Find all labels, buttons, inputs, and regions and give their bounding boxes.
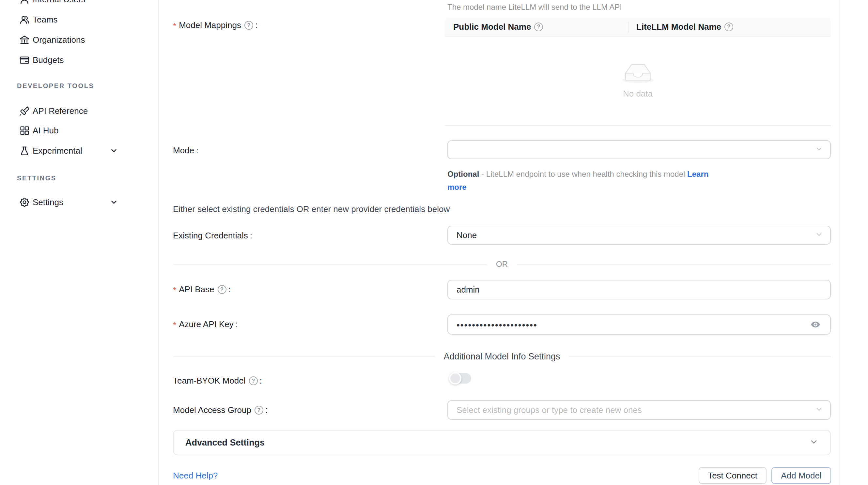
user-icon [19, 0, 30, 5]
team-byok-label: Team-BYOK Model ? : [173, 376, 262, 386]
sidebar-item-label: Budgets [33, 55, 64, 65]
help-icon[interactable]: ? [534, 23, 543, 31]
required-asterisk: * [173, 21, 176, 31]
test-connect-button[interactable]: Test Connect [699, 467, 767, 484]
chevron-down-icon [815, 145, 823, 154]
column-divider [628, 22, 628, 33]
chevron-down-icon [110, 147, 118, 155]
add-model-page: Internal Users Teams Organizations Budge… [0, 0, 868, 485]
mode-help-text: Optional - LiteLLM endpoint to use when … [447, 168, 721, 194]
help-icon[interactable]: ? [244, 21, 253, 30]
sidebar-item-experimental[interactable]: Experimental [0, 140, 159, 161]
sidebar-item-label: Internal Users [33, 0, 86, 5]
empty-inbox-icon [620, 60, 656, 86]
no-data-text: No data [623, 89, 653, 99]
chevron-down-icon [110, 198, 118, 206]
experiment-flask-icon [19, 145, 30, 156]
help-icon[interactable]: ? [254, 406, 264, 415]
add-model-form: The model name LiteLLM will send to the … [159, 0, 868, 485]
model-access-group-select[interactable]: Select existing groups or type to create… [447, 400, 831, 420]
chevron-down-icon [815, 406, 823, 415]
existing-credentials-label: Existing Credentials : [173, 231, 252, 241]
chevron-down-icon [809, 438, 818, 448]
help-icon[interactable]: ? [218, 285, 226, 294]
eye-icon[interactable] [809, 320, 822, 329]
sidebar-item-label: Experimental [33, 146, 82, 156]
add-model-button[interactable]: Add Model [771, 467, 831, 484]
model-access-group-label: Model Access Group ? : [173, 405, 268, 415]
api-base-label: * API Base ? : [173, 284, 231, 294]
chevron-down-icon [815, 231, 823, 240]
appstore-grid-icon [19, 125, 30, 136]
model-mappings-table: Public Model Name ? LiteLLM Model Name ? [445, 18, 831, 126]
or-divider: OR [173, 260, 831, 269]
sidebar-item-label: AI Hub [33, 126, 59, 136]
api-base-input[interactable]: admin [447, 280, 831, 299]
toggle-knob [449, 372, 461, 385]
sidebar-item-label: API Reference [33, 106, 88, 116]
table-header-row: Public Model Name ? LiteLLM Model Name ? [445, 18, 831, 36]
sidebar-item-budgets[interactable]: Budgets [0, 50, 159, 70]
sidebar-item-label: Organizations [33, 35, 85, 45]
gear-icon [19, 197, 30, 208]
team-icon [19, 14, 30, 25]
bank-icon [19, 34, 30, 45]
column-header-litellm-model-name: LiteLLM Model Name ? [628, 22, 733, 32]
sidebar-section-settings: SETTINGS [17, 174, 57, 182]
credit-card-icon [19, 55, 30, 66]
help-icon[interactable]: ? [249, 377, 258, 385]
azure-api-key-input[interactable]: ••••••••••••••••••••• [447, 315, 831, 335]
mode-label: Mode : [173, 146, 198, 156]
column-header-public-model-name: Public Model Name ? [445, 22, 628, 32]
model-mappings-label: * Model Mappings ? : [173, 20, 257, 30]
sidebar-item-ai-hub[interactable]: AI Hub [0, 120, 159, 140]
sidebar-item-api-reference[interactable]: API Reference [0, 101, 159, 121]
sidebar-item-internal-users[interactable]: Internal Users [0, 0, 159, 9]
need-help-link[interactable]: Need Help? [173, 471, 218, 481]
sidebar-section-developer-tools: DEVELOPER TOOLS [17, 82, 94, 90]
additional-model-info-divider: Additional Model Info Settings [173, 352, 831, 362]
table-empty-state: No data [445, 36, 831, 126]
masked-password-value: ••••••••••••••••••••• [457, 320, 537, 330]
required-asterisk: * [173, 320, 176, 330]
sidebar: Internal Users Teams Organizations Budge… [0, 0, 159, 485]
right-panel-divider [840, 0, 840, 485]
credentials-note: Either select existing credentials OR en… [173, 204, 450, 214]
team-byok-toggle[interactable] [450, 373, 471, 384]
sidebar-item-label: Settings [33, 197, 63, 207]
required-asterisk: * [173, 285, 176, 295]
help-icon[interactable]: ? [724, 23, 733, 31]
mode-select[interactable] [447, 140, 831, 159]
api-plug-icon [19, 105, 30, 117]
sidebar-item-settings[interactable]: Settings [0, 192, 159, 212]
azure-api-key-label: * Azure API Key : [173, 319, 238, 329]
sidebar-item-teams[interactable]: Teams [0, 9, 159, 30]
sidebar-item-organizations[interactable]: Organizations [0, 30, 159, 50]
advanced-settings-panel[interactable]: Advanced Settings [173, 430, 831, 455]
model-name-helper-text: The model name LiteLLM will send to the … [447, 3, 622, 12]
existing-credentials-select[interactable]: None [447, 226, 831, 245]
sidebar-item-label: Teams [33, 15, 58, 25]
